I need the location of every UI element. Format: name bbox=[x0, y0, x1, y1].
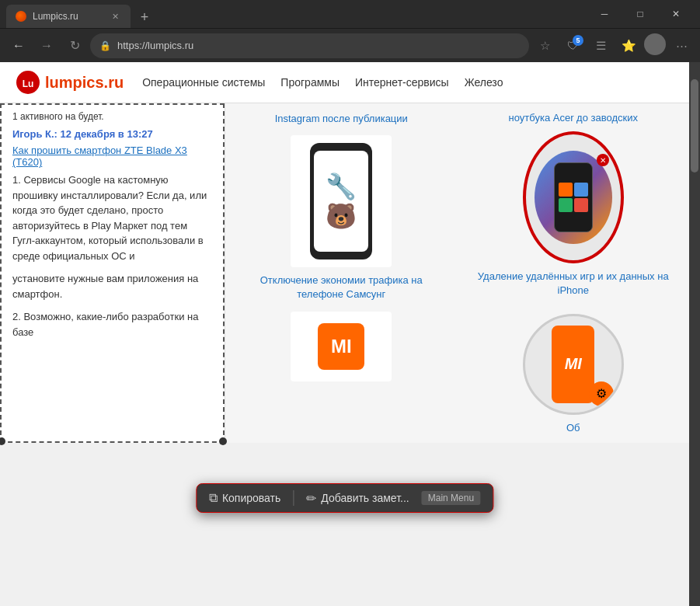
samsung-phone-mockup: 🔧🐻 SAMSUNG bbox=[310, 143, 372, 259]
top-comment-text: 1 активного на будет. bbox=[12, 111, 212, 122]
tab-title: Lumpics.ru bbox=[33, 11, 103, 22]
add-note-button[interactable]: ✏ Добавить замет... bbox=[306, 491, 409, 506]
profile-avatar[interactable] bbox=[644, 33, 666, 55]
back-button[interactable]: ← bbox=[6, 33, 31, 58]
nav-actions: ☆ 🛡 ☰ ⭐ ⋯ bbox=[532, 33, 694, 58]
tab-favicon bbox=[16, 11, 26, 22]
forward-button[interactable]: → bbox=[34, 33, 59, 58]
logo-text: lumpics.ru bbox=[45, 74, 124, 92]
mi-circle-image: MI ⚙ bbox=[523, 314, 624, 415]
url-text: https://lumpics.ru bbox=[117, 40, 520, 51]
mi-right-label: Об bbox=[470, 421, 677, 435]
samsung-article-card[interactable]: 🔧🐻 SAMSUNG Отключение экономии трафика н… bbox=[238, 135, 445, 301]
acer-link[interactable]: ноутбука Acer до заводских bbox=[470, 111, 677, 125]
collections-button[interactable]: ☰ bbox=[588, 33, 613, 58]
app-icon-2 bbox=[574, 183, 588, 197]
copy-button[interactable]: ⧉ Копировать bbox=[209, 491, 280, 505]
note-icon: ✏ bbox=[306, 491, 316, 506]
context-toolbar: ⧉ Копировать ✏ Добавить замет... Main Me… bbox=[196, 483, 493, 513]
site-nav-menu: Операционные системы Программы Интернет-… bbox=[142, 76, 503, 89]
mi-right-card[interactable]: MI ⚙ Об bbox=[470, 314, 677, 435]
app-icon-1 bbox=[559, 183, 573, 197]
comment-author-date: Игорь К.: 12 декабря в 13:27 bbox=[12, 128, 212, 140]
note-label: Добавить замет... bbox=[321, 492, 409, 504]
refresh-button[interactable]: ↻ bbox=[62, 33, 87, 58]
instagram-article: Instagram после публикации bbox=[238, 111, 445, 126]
toolbar-divider bbox=[293, 490, 294, 506]
scrollbar-thumb[interactable] bbox=[691, 79, 698, 172]
browser-window: Lumpics.ru ✕ + ─ □ ✕ ← → ↻ 🔒 https://lum… bbox=[0, 0, 700, 606]
mi-gear-icon: ⚙ bbox=[589, 381, 614, 406]
comment-continuation-2: 2. Возможно, какие-либо разработки на ба… bbox=[12, 309, 212, 340]
samsung-screen: 🔧🐻 bbox=[314, 151, 368, 252]
mi-logo: MI bbox=[318, 323, 364, 370]
delete-badge: ✕ bbox=[597, 154, 609, 166]
app-icons-grid bbox=[559, 183, 588, 212]
right-column: ноутбука Acer до заводских bbox=[458, 103, 690, 443]
middle-column: Instagram после публикации 🔧🐻 SAMSUNG От bbox=[225, 103, 458, 443]
iphone-article-title: Удаление удалённых игр и их данных на iP… bbox=[470, 270, 677, 298]
extensions-button[interactable]: 🛡 bbox=[560, 33, 585, 58]
scrollbar[interactable] bbox=[689, 62, 700, 606]
close-window-button[interactable]: ✕ bbox=[658, 0, 694, 28]
comment-continuation-1: установите нужные вам приложения на смар… bbox=[12, 271, 212, 301]
maximize-button[interactable]: □ bbox=[622, 0, 658, 28]
mi-phone-mockup: MI bbox=[552, 326, 594, 403]
content-grid: 1 активного на будет. Игорь К.: 12 декаб… bbox=[0, 103, 689, 443]
iphone-phone-mockup bbox=[554, 162, 593, 232]
left-column: 1 активного на будет. Игорь К.: 12 декаб… bbox=[0, 103, 225, 443]
copy-icon: ⧉ bbox=[209, 491, 218, 505]
main-menu-label: Main Menu bbox=[422, 491, 480, 505]
samsung-label: SAMSUNG bbox=[326, 246, 357, 253]
logo-icon: Lu bbox=[16, 70, 40, 95]
active-tab[interactable]: Lumpics.ru ✕ bbox=[6, 5, 131, 28]
nav-item-programs[interactable]: Программы bbox=[280, 76, 340, 89]
star-button[interactable]: ☆ bbox=[532, 33, 557, 58]
menu-button[interactable]: ⋯ bbox=[669, 33, 694, 58]
browser-content: Lu lumpics.ru Операционные системы Прогр… bbox=[0, 62, 700, 606]
navbar: ← → ↻ 🔒 https://lumpics.ru ☆ 🛡 ☰ ⭐ ⋯ bbox=[0, 28, 700, 62]
window-controls: ─ □ ✕ bbox=[587, 0, 694, 28]
address-bar[interactable]: 🔒 https://lumpics.ru bbox=[90, 33, 529, 58]
tools-icon: 🔧🐻 bbox=[314, 172, 368, 231]
site-logo[interactable]: Lu lumpics.ru bbox=[16, 70, 124, 95]
app-icon-3 bbox=[559, 198, 573, 212]
copy-label: Копировать bbox=[222, 492, 280, 504]
page-content: Lu lumpics.ru Операционные системы Прогр… bbox=[0, 62, 689, 606]
nav-item-internet[interactable]: Интернет-сервисы bbox=[355, 76, 449, 89]
instagram-link[interactable]: Instagram после публикации bbox=[275, 113, 408, 124]
iphone-article-card[interactable]: ✕ Удаление удалённых игр и их данных на … bbox=[470, 131, 677, 298]
lock-icon: 🔒 bbox=[99, 40, 111, 51]
samsung-article-title: Отключение экономии трафика на телефоне … bbox=[238, 273, 445, 301]
nav-item-hardware[interactable]: Железо bbox=[465, 76, 503, 89]
selection-handle-bottom-left[interactable] bbox=[0, 437, 5, 445]
mi-article-image: MI bbox=[291, 312, 392, 381]
comment-article-link[interactable]: Как прошить смартфон ZTE Blade X3 (T620) bbox=[12, 145, 212, 168]
app-icon-4 bbox=[574, 198, 588, 212]
comment-body: 1. Сервисы Google на кастомную прошивку … bbox=[12, 172, 212, 263]
iphone-article-image: ✕ bbox=[523, 131, 624, 263]
site-header: Lu lumpics.ru Операционные системы Прогр… bbox=[0, 62, 689, 103]
mi-article-card[interactable]: MI bbox=[238, 312, 445, 381]
iphone-circle-bg: ✕ bbox=[535, 151, 612, 244]
new-tab-button[interactable]: + bbox=[134, 6, 155, 28]
favorites-button[interactable]: ⭐ bbox=[616, 33, 641, 58]
titlebar: Lumpics.ru ✕ + ─ □ ✕ bbox=[0, 0, 700, 28]
tab-close-button[interactable]: ✕ bbox=[109, 10, 121, 23]
svg-text:Lu: Lu bbox=[23, 78, 34, 89]
samsung-article-image: 🔧🐻 SAMSUNG bbox=[291, 135, 392, 267]
nav-item-os[interactable]: Операционные системы bbox=[142, 76, 265, 89]
mi-text-logo: MI bbox=[565, 355, 582, 373]
minimize-button[interactable]: ─ bbox=[587, 0, 622, 28]
tab-area: Lumpics.ru ✕ + bbox=[6, 0, 587, 28]
